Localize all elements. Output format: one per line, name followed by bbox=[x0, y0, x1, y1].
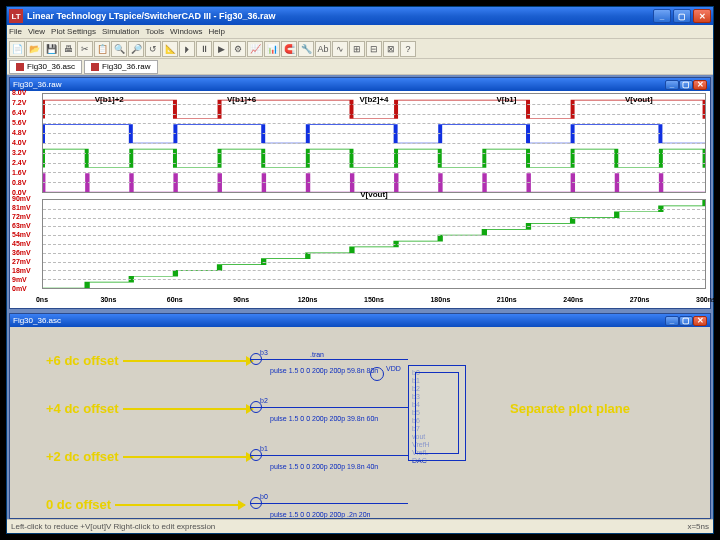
ylabel: 27mV bbox=[12, 258, 31, 265]
annotation: +2 dc offset bbox=[46, 449, 253, 464]
toolbar-btn-15[interactable]: 📊 bbox=[264, 41, 280, 57]
xlabel: 300ns bbox=[696, 296, 716, 303]
waveform-title[interactable]: Fig30_36.raw _ ▢ ✕ bbox=[10, 78, 710, 91]
ylabel: 9mV bbox=[12, 276, 27, 283]
toolbar-btn-6[interactable]: 🔍 bbox=[111, 41, 127, 57]
toolbar-btn-8[interactable]: ↺ bbox=[145, 41, 161, 57]
xlabel: 240ns bbox=[563, 296, 583, 303]
schematic-body[interactable]: +6 dc offset+4 dc offset+2 dc offset0 dc… bbox=[10, 327, 710, 518]
menu-view[interactable]: View bbox=[28, 27, 45, 36]
toolbar-btn-2[interactable]: 💾 bbox=[43, 41, 59, 57]
toolbar-btn-5[interactable]: 📋 bbox=[94, 41, 110, 57]
ylabel: 81mV bbox=[12, 204, 31, 211]
ylabel: 6.4V bbox=[12, 109, 26, 116]
annotation: +6 dc offset bbox=[46, 353, 253, 368]
toolbar-btn-19[interactable]: ∿ bbox=[332, 41, 348, 57]
spice-directive[interactable]: pulse 1.5 0 0 200p 200p 39.8n 60n bbox=[270, 415, 378, 422]
maximize-button[interactable]: ▢ bbox=[673, 9, 691, 23]
net-label[interactable]: b0 bbox=[260, 493, 268, 500]
schem-close-icon[interactable]: ✕ bbox=[693, 316, 707, 326]
toolbar-btn-23[interactable]: ? bbox=[400, 41, 416, 57]
tabbar[interactable]: Fig30_36.ascFig30_36.raw bbox=[7, 59, 713, 75]
status-left: Left-click to reduce +V[out]V Right-clic… bbox=[11, 522, 215, 531]
ylabel: 5.6V bbox=[12, 119, 26, 126]
toolbar-btn-3[interactable]: 🖶 bbox=[60, 41, 76, 57]
vdd-label: VDD bbox=[386, 365, 401, 372]
dac-chip[interactable] bbox=[408, 365, 466, 461]
wave-min-icon[interactable]: _ bbox=[665, 80, 679, 90]
close-button[interactable]: ✕ bbox=[693, 9, 711, 23]
toolbar-btn-11[interactable]: ⏸ bbox=[196, 41, 212, 57]
menu-help[interactable]: Help bbox=[209, 27, 225, 36]
trace-header[interactable]: V[vout] bbox=[625, 95, 653, 104]
toolbar-btn-9[interactable]: 📐 bbox=[162, 41, 178, 57]
spice-directive[interactable]: pulse 1.5 0 0 200p 200p 19.8n 40n bbox=[270, 463, 378, 470]
titlebar[interactable]: LT Linear Technology LTspice/SwitcherCAD… bbox=[7, 7, 713, 25]
tab-1[interactable]: Fig30_36.raw bbox=[84, 60, 157, 74]
spice-tran[interactable]: .tran bbox=[310, 351, 324, 358]
ylabel: 4.8V bbox=[12, 129, 26, 136]
xlabel: 30ns bbox=[100, 296, 116, 303]
spice-directive[interactable]: pulse 1.5 0 0 200p 200p .2n 20n bbox=[270, 511, 370, 518]
toolbar-btn-1[interactable]: 📂 bbox=[26, 41, 42, 57]
ylabel: 4.0V bbox=[12, 139, 26, 146]
toolbar-btn-18[interactable]: Ab bbox=[315, 41, 331, 57]
toolbar-btn-13[interactable]: ⚙ bbox=[230, 41, 246, 57]
toolbar-btn-0[interactable]: 📄 bbox=[9, 41, 25, 57]
net-label[interactable]: b3 bbox=[260, 349, 268, 356]
wave-max-icon[interactable]: ▢ bbox=[679, 80, 693, 90]
toolbar-btn-12[interactable]: ▶ bbox=[213, 41, 229, 57]
trace-header[interactable]: V[b1]+6 bbox=[227, 95, 256, 104]
toolbar-btn-17[interactable]: 🔧 bbox=[298, 41, 314, 57]
ylabel: 36mV bbox=[12, 249, 31, 256]
window-title: Linear Technology LTspice/SwitcherCAD II… bbox=[27, 11, 276, 21]
toolbar-btn-21[interactable]: ⊟ bbox=[366, 41, 382, 57]
wave-close-icon[interactable]: ✕ bbox=[693, 80, 707, 90]
waveform-body[interactable]: 8.0V7.2V6.4V5.6V4.8V4.0V3.2V2.4V1.6V0.8V… bbox=[10, 91, 710, 308]
plot-pane-top[interactable]: V[b1]+2V[b1]+6V[b2]+4V[b1]V[vout] bbox=[42, 93, 706, 193]
schem-max-icon[interactable]: ▢ bbox=[679, 316, 693, 326]
arrow-icon bbox=[123, 408, 253, 410]
arrow-icon bbox=[123, 456, 253, 458]
annotation: 0 dc offset bbox=[46, 497, 245, 512]
ylabel: 7.2V bbox=[12, 99, 26, 106]
toolbar-btn-20[interactable]: ⊞ bbox=[349, 41, 365, 57]
tab-icon bbox=[91, 63, 99, 71]
toolbar-btn-4[interactable]: ✂ bbox=[77, 41, 93, 57]
menu-file[interactable]: File bbox=[9, 27, 22, 36]
statusbar: Left-click to reduce +V[out]V Right-clic… bbox=[7, 519, 713, 533]
toolbar-btn-14[interactable]: 📈 bbox=[247, 41, 263, 57]
xlabel: 120ns bbox=[298, 296, 318, 303]
tab-0[interactable]: Fig30_36.asc bbox=[9, 60, 82, 74]
ylabel: 90mV bbox=[12, 195, 31, 202]
app-window: LT Linear Technology LTspice/SwitcherCAD… bbox=[6, 6, 714, 534]
toolbar-btn-22[interactable]: ⊠ bbox=[383, 41, 399, 57]
vdd-source-icon[interactable] bbox=[370, 367, 384, 381]
schematic-title[interactable]: Fig30_36.asc _ ▢ ✕ bbox=[10, 314, 710, 327]
xlabel: 90ns bbox=[233, 296, 249, 303]
xlabel: 210ns bbox=[497, 296, 517, 303]
minimize-button[interactable]: _ bbox=[653, 9, 671, 23]
net-label[interactable]: b1 bbox=[260, 445, 268, 452]
tab-icon bbox=[16, 63, 24, 71]
menu-windows[interactable]: Windows bbox=[170, 27, 202, 36]
menu-plot-settings[interactable]: Plot Settings bbox=[51, 27, 96, 36]
toolbar-btn-10[interactable]: ⏵ bbox=[179, 41, 195, 57]
net-label[interactable]: b2 bbox=[260, 397, 268, 404]
menu-simulation[interactable]: Simulation bbox=[102, 27, 139, 36]
trace-header[interactable]: V[b1] bbox=[496, 95, 516, 104]
toolbar-btn-7[interactable]: 🔎 bbox=[128, 41, 144, 57]
content-area: Fig30_36.raw _ ▢ ✕ 8.0V7.2V6.4V5.6V4.8V4… bbox=[7, 75, 713, 533]
spice-directive[interactable]: pulse 1.5 0 0 200p 200p 59.8n 80n bbox=[270, 367, 378, 374]
waveform-window: Fig30_36.raw _ ▢ ✕ 8.0V7.2V6.4V5.6V4.8V4… bbox=[9, 77, 711, 309]
ylabel: 3.2V bbox=[12, 149, 26, 156]
menu-tools[interactable]: Tools bbox=[145, 27, 164, 36]
menubar[interactable]: FileViewPlot SettingsSimulationToolsWind… bbox=[7, 25, 713, 39]
trace-header[interactable]: V[b2]+4 bbox=[359, 95, 388, 104]
toolbar-btn-16[interactable]: 🧲 bbox=[281, 41, 297, 57]
x-axis: 0ns30ns60ns90ns120ns150ns180ns210ns240ns… bbox=[42, 296, 706, 308]
schem-min-icon[interactable]: _ bbox=[665, 316, 679, 326]
plot-pane-bottom[interactable]: V[vout] bbox=[42, 199, 706, 289]
trace-header[interactable]: V[b1]+2 bbox=[95, 95, 124, 104]
toolbar[interactable]: 📄📂💾🖶✂📋🔍🔎↺📐⏵⏸▶⚙📈📊🧲🔧Ab∿⊞⊟⊠? bbox=[7, 39, 713, 59]
